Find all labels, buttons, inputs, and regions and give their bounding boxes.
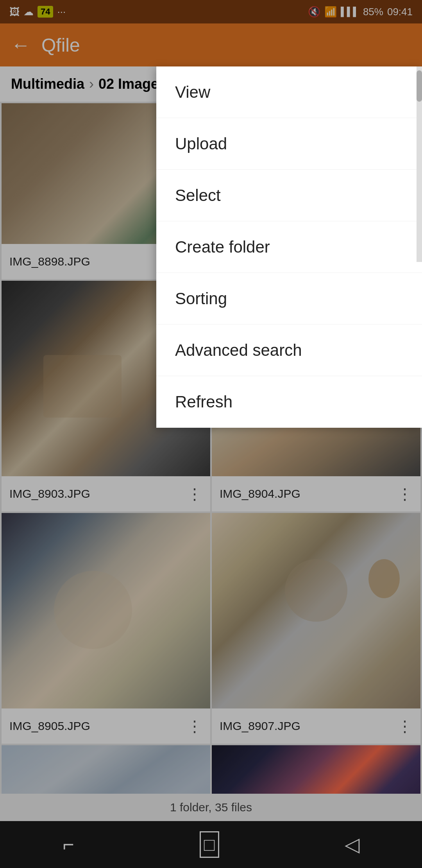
menu-item-create-folder[interactable]: Create folder [156, 221, 422, 273]
menu-item-advanced-search[interactable]: Advanced search [156, 325, 422, 376]
menu-item-view[interactable]: View [156, 66, 422, 118]
dropdown-menu: View Upload Select Create folder Sorting… [156, 66, 422, 428]
menu-item-select[interactable]: Select [156, 170, 422, 221]
menu-item-upload[interactable]: Upload [156, 118, 422, 170]
menu-item-sorting[interactable]: Sorting [156, 273, 422, 325]
scrollbar-thumb[interactable] [417, 70, 422, 102]
scrollbar-track [417, 66, 422, 262]
menu-item-refresh[interactable]: Refresh [156, 376, 422, 428]
